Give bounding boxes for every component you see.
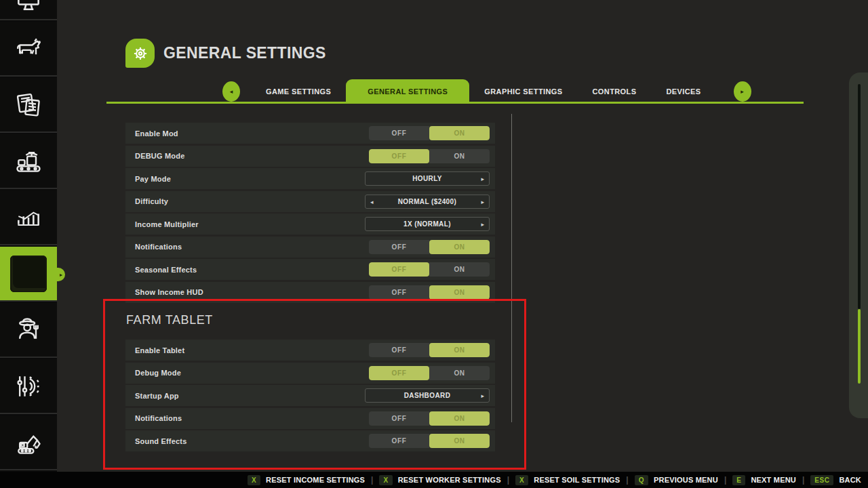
sidebar-item-mod-settings-active[interactable] <box>0 247 57 302</box>
setting-label: Enable Mod <box>135 129 178 138</box>
toggle-on-button[interactable]: ON <box>429 285 490 300</box>
setting-label: Income Multiplier <box>135 220 199 228</box>
setting-label: DEBUG Mode <box>135 152 185 160</box>
sidebar-item-production[interactable] <box>0 134 57 189</box>
production-icon <box>14 146 43 176</box>
mod-active-icon <box>10 256 47 292</box>
sidebar-item-settings[interactable] <box>0 359 57 414</box>
setting-label: Difficulty <box>135 197 168 205</box>
chevron-left-icon[interactable]: ◂ <box>370 199 374 206</box>
dropdown-value: NORMAL ($2400) <box>398 198 457 205</box>
screen-icon <box>14 0 43 16</box>
keybind-label: BACK <box>839 476 861 484</box>
toggle-on-button[interactable]: ON <box>429 149 490 163</box>
back-button[interactable]: ESC BACK <box>810 475 861 485</box>
key-badge-esc: ESC <box>810 475 833 485</box>
tab-general-settings[interactable]: GENERAL SETTINGS <box>346 79 469 103</box>
setting-row-enable-mod: Enable Mod OFF ON <box>125 123 495 144</box>
separator: | <box>626 475 628 485</box>
gear-icon <box>131 44 150 63</box>
debug-mode-toggle: OFF ON <box>369 149 490 163</box>
setting-label: Notifications <box>135 243 182 251</box>
sidebar-item-construction[interactable] <box>0 415 57 470</box>
setting-row-pay-mode: Pay Mode HOURLY ▸ <box>125 168 495 189</box>
tab-controls[interactable]: CONTROLS <box>578 79 652 103</box>
key-badge-x: X <box>515 475 528 485</box>
key-badge-e: E <box>732 475 745 485</box>
enable-mod-toggle: OFF ON <box>369 126 490 140</box>
documents-icon <box>14 90 43 120</box>
general-settings-list: Enable Mod OFF ON DEBUG Mode OFF ON Pay … <box>125 123 495 304</box>
chevron-right-icon[interactable]: ▸ <box>481 199 484 206</box>
next-menu-button[interactable]: E NEXT MENU <box>732 475 796 485</box>
separator: | <box>724 475 726 485</box>
settings-tab-bar: ◂ GAME SETTINGS GENERAL SETTINGS GRAPHIC… <box>222 79 751 103</box>
reset-worker-settings-button[interactable]: X RESET WORKER SETTINGS <box>379 475 500 485</box>
toggle-off-button[interactable]: OFF <box>369 240 429 254</box>
seasonal-effects-toggle: OFF ON <box>369 262 490 277</box>
separator: | <box>802 475 804 485</box>
toggle-off-button[interactable]: OFF <box>369 262 429 277</box>
difficulty-dropdown[interactable]: ◂ NORMAL ($2400) ▸ <box>365 195 490 209</box>
chevron-right-icon: ▸ <box>741 88 744 95</box>
tab-devices[interactable]: DEVICES <box>651 79 715 103</box>
chevron-right-icon[interactable]: ▸ <box>481 176 484 183</box>
setting-label: Show Income HUD <box>135 288 203 296</box>
keybind-bar: X RESET INCOME SETTINGS | X RESET WORKER… <box>0 472 868 488</box>
active-item-pointer-icon: ▸ <box>57 268 65 281</box>
dropdown-value: 1X (NORMAL) <box>403 220 451 228</box>
sidebar-item-contracts[interactable] <box>0 78 57 133</box>
farmer-icon <box>14 315 43 345</box>
statistics-icon <box>14 203 43 232</box>
key-badge-x: X <box>379 475 392 485</box>
tab-graphic-settings[interactable]: GRAPHIC SETTINGS <box>469 79 577 103</box>
setting-label: Pay Mode <box>135 175 171 183</box>
scrollbar-thumb[interactable] <box>858 309 861 384</box>
keybind-label: NEXT MENU <box>751 476 796 484</box>
sidebar-item-screen[interactable] <box>0 0 57 20</box>
previous-menu-button[interactable]: Q PREVIOUS MENU <box>635 475 718 485</box>
chevron-left-icon: ◂ <box>230 88 233 95</box>
tabs-prev-button[interactable]: ◂ <box>222 81 240 102</box>
notifications-toggle: OFF ON <box>369 240 490 254</box>
page-scrollbar-panel <box>849 73 868 418</box>
sidebar-item-statistics[interactable] <box>0 190 57 245</box>
cow-icon <box>14 34 43 64</box>
key-badge-x: X <box>248 475 260 485</box>
reset-soil-settings-button[interactable]: X RESET SOIL SETTINGS <box>515 475 620 485</box>
setting-row-notifications: Notifications OFF ON <box>125 237 495 258</box>
reset-income-settings-button[interactable]: X RESET INCOME SETTINGS <box>248 475 365 485</box>
setting-row-seasonal-effects: Seasonal Effects OFF ON <box>125 259 495 280</box>
toggle-off-button[interactable]: OFF <box>369 126 429 140</box>
show-income-hud-toggle: OFF ON <box>369 285 490 300</box>
pay-mode-dropdown[interactable]: HOURLY ▸ <box>365 171 490 186</box>
separator: | <box>507 475 509 485</box>
excavator-icon <box>14 428 43 458</box>
setting-row-debug-mode: DEBUG Mode OFF ON <box>125 146 495 167</box>
tabs-next-button[interactable]: ▸ <box>734 81 751 102</box>
toggle-on-button[interactable]: ON <box>429 126 490 140</box>
dropdown-value: HOURLY <box>412 175 442 182</box>
chevron-right-icon[interactable]: ▸ <box>481 221 484 228</box>
scrollbar-track[interactable] <box>858 84 861 309</box>
keybind-label: RESET SOIL SETTINGS <box>534 476 620 484</box>
tab-underline <box>106 102 804 104</box>
sidebar-item-workers[interactable] <box>0 303 57 358</box>
setting-row-difficulty: Difficulty ◂ NORMAL ($2400) ▸ <box>125 191 495 212</box>
toggle-on-button[interactable]: ON <box>429 240 490 254</box>
key-badge-q: Q <box>635 475 648 485</box>
toggle-off-button[interactable]: OFF <box>369 285 429 300</box>
tab-game-settings[interactable]: GAME SETTINGS <box>251 79 346 103</box>
toggle-off-button[interactable]: OFF <box>369 149 429 163</box>
sidebar-item-animals[interactable] <box>0 22 57 77</box>
tuning-icon <box>14 371 43 401</box>
page-title: GENERAL SETTINGS <box>163 44 326 62</box>
keybind-label: PREVIOUS MENU <box>654 476 718 484</box>
toggle-on-button[interactable]: ON <box>429 262 490 277</box>
setting-label: Seasonal Effects <box>135 266 197 274</box>
keybind-label: RESET INCOME SETTINGS <box>266 476 365 484</box>
income-multiplier-dropdown[interactable]: 1X (NORMAL) ▸ <box>365 217 490 231</box>
keybind-label: RESET WORKER SETTINGS <box>398 476 501 484</box>
annotation-highlight-box <box>103 299 526 470</box>
setting-row-income-multiplier: Income Multiplier 1X (NORMAL) ▸ <box>125 214 495 235</box>
